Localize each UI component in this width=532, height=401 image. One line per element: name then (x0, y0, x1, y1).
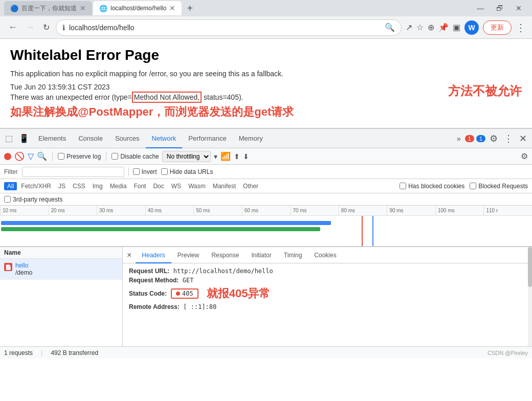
extension-icon[interactable]: ⊕ (428, 23, 434, 32)
ruler-mark-50: 50 ms (193, 206, 242, 215)
bottom-bar: 1 requests | 492 B transferred CSDN @Pir… (0, 346, 532, 359)
request-method-label: Request Method: (129, 277, 179, 284)
request-item[interactable]: 📄 hello /demo (0, 259, 122, 280)
type-btn-all[interactable]: All (4, 182, 17, 190)
back-button[interactable]: ← (6, 20, 19, 35)
minimize-icon[interactable]: — (471, 2, 490, 14)
details-tabs: × Headers Preview Response Initiator Tim… (123, 247, 532, 263)
disable-cache-checkbox[interactable]: Disable cache (112, 153, 159, 160)
device-toolbar-icon[interactable]: 📱 (16, 131, 32, 145)
tab-sources[interactable]: Sources (109, 129, 146, 148)
throttle-dropdown-icon[interactable]: ▾ (214, 152, 217, 161)
sidebar-icon[interactable]: ▣ (453, 23, 460, 32)
main-panels: Name 📄 hello /demo × Headers Preview Res… (0, 247, 532, 346)
search-network-icon[interactable]: 🔍 (37, 151, 47, 161)
tab-elements[interactable]: Elements (32, 129, 72, 148)
new-tab-button[interactable]: + (183, 1, 197, 15)
third-party-checkbox[interactable]: 3rd-party requests (4, 196, 62, 203)
filter-input[interactable] (22, 167, 124, 177)
filter-icon[interactable]: ▽ (28, 151, 34, 161)
network-settings-icon[interactable]: ⚙ (521, 151, 528, 161)
clear-button[interactable]: 🚫 (14, 151, 25, 161)
type-btn-media[interactable]: Media (107, 182, 130, 190)
type-btn-manifest[interactable]: Manifest (210, 182, 239, 190)
tab-demo[interactable]: 🌐 localhost/demo/hello ✕ (93, 1, 182, 15)
forward-button[interactable]: → (24, 20, 37, 35)
ruler-mark-30: 30 ms (97, 206, 145, 215)
tab-console[interactable]: Console (72, 129, 109, 148)
detail-tab-preview[interactable]: Preview (171, 247, 206, 263)
tab-favicon-demo: 🌐 (99, 5, 107, 12)
type-btn-font[interactable]: Font (130, 182, 149, 190)
details-panel: × Headers Preview Response Initiator Tim… (123, 247, 532, 346)
tab-favicon-baidu: 🔵 (10, 5, 18, 12)
request-url-val: http://localhost/demo/hello (173, 268, 273, 275)
search-icon[interactable]: 🔍 (385, 23, 395, 32)
devtools-close-icon[interactable]: ✕ (516, 131, 530, 146)
tab-close-baidu[interactable]: ✕ (80, 4, 86, 12)
reload-button[interactable]: ↻ (41, 20, 52, 34)
ruler-mark-20: 20 ms (49, 206, 97, 215)
page-content: Whitelabel Error Page This application h… (0, 39, 532, 129)
request-item-path: /demo (15, 269, 32, 276)
type-btn-wasm[interactable]: Wasm (185, 182, 209, 190)
invert-checkbox[interactable]: Invert (133, 168, 157, 175)
status-code-box: 405 (171, 288, 198, 299)
upload-icon[interactable]: ⬆ (234, 152, 240, 161)
tab-close-demo[interactable]: ✕ (169, 4, 175, 12)
details-close-button[interactable]: × (127, 251, 131, 260)
brand-label: CSDN @Pireley (487, 350, 528, 356)
detail-tab-cookies[interactable]: Cookies (308, 247, 342, 263)
detail-tab-timing[interactable]: Timing (278, 247, 308, 263)
annotation2: 如果注解换成@PostMapper，而浏览器发送的是get请求 (10, 104, 294, 120)
blocked-requests-checkbox[interactable]: Blocked Requests (470, 183, 528, 190)
share-icon[interactable]: ↗ (406, 23, 412, 32)
browser-menu-icon[interactable]: ⋮ (516, 21, 526, 34)
detail-tab-headers[interactable]: Headers (136, 247, 171, 263)
profile-circle[interactable]: W (464, 20, 479, 35)
page-title: Whitelabel Error Page (10, 47, 522, 63)
tab-performance[interactable]: Performance (182, 129, 232, 148)
tab-baidu[interactable]: 🔵 百度一下，你就知道 ✕ (4, 1, 92, 15)
bookmark-icon[interactable]: ☆ (416, 23, 424, 32)
detail-tab-response[interactable]: Response (205, 247, 245, 263)
remote-addr-row: Remote Address: [ ::1]:80 (129, 303, 526, 310)
preserve-log-checkbox[interactable]: Preserve log (58, 153, 101, 160)
tab-network[interactable]: Network (146, 129, 183, 148)
type-btn-ws[interactable]: WS (168, 182, 184, 190)
update-button[interactable]: 更新 (483, 20, 512, 35)
detail-tab-initiator[interactable]: Initiator (245, 247, 277, 263)
devtools: ⬚ 📱 Elements Console Sources Network Per… (0, 129, 532, 359)
error-badge: 1 (465, 135, 474, 142)
settings-icon[interactable]: ⚙ (486, 131, 501, 146)
url-box[interactable]: ℹ localhost/demo/hello 🔍 (56, 19, 402, 36)
hide-data-urls-checkbox[interactable]: Hide data URLs (161, 168, 213, 175)
separator-dot: | (41, 349, 42, 357)
type-btn-js[interactable]: JS (55, 182, 69, 190)
details-scrollbar[interactable] (528, 247, 532, 346)
tab-memory[interactable]: Memory (233, 129, 269, 148)
timeline-marker-blue (372, 216, 373, 247)
throttle-select[interactable]: No throttling (162, 151, 211, 162)
type-btn-fetch[interactable]: Fetch/XHR (18, 182, 54, 190)
browser-chrome: 🔵 百度一下，你就知道 ✕ 🌐 localhost/demo/hello ✕ +… (0, 0, 532, 39)
close-icon[interactable]: ✕ (509, 2, 528, 14)
has-blocked-cookies-checkbox[interactable]: Has blocked cookies (400, 183, 464, 190)
devtools-menu-icon[interactable]: ⋮ (501, 131, 516, 146)
scrollbar-thumb[interactable] (528, 247, 532, 287)
maximize-icon[interactable]: 🗗 (490, 2, 509, 14)
type-btn-doc[interactable]: Doc (150, 182, 167, 190)
type-btn-other[interactable]: Other (240, 182, 261, 190)
record-button[interactable] (4, 153, 11, 160)
inspect-element-icon[interactable]: ⬚ (2, 131, 16, 145)
ruler-mark-60: 60 ms (242, 206, 291, 215)
title-bar: 🔵 百度一下，你就知道 ✕ 🌐 localhost/demo/hello ✕ +… (0, 0, 532, 16)
more-tabs-icon[interactable]: » (454, 135, 464, 143)
ruler-mark-80: 80 ms (339, 206, 387, 215)
download-icon[interactable]: ⬇ (243, 152, 249, 161)
type-btn-css[interactable]: CSS (70, 182, 88, 190)
separator2 (106, 152, 106, 161)
pin-icon[interactable]: 📌 (438, 23, 449, 32)
type-btn-img[interactable]: Img (90, 182, 106, 190)
devtools-tabs: Elements Console Sources Network Perform… (32, 129, 454, 148)
